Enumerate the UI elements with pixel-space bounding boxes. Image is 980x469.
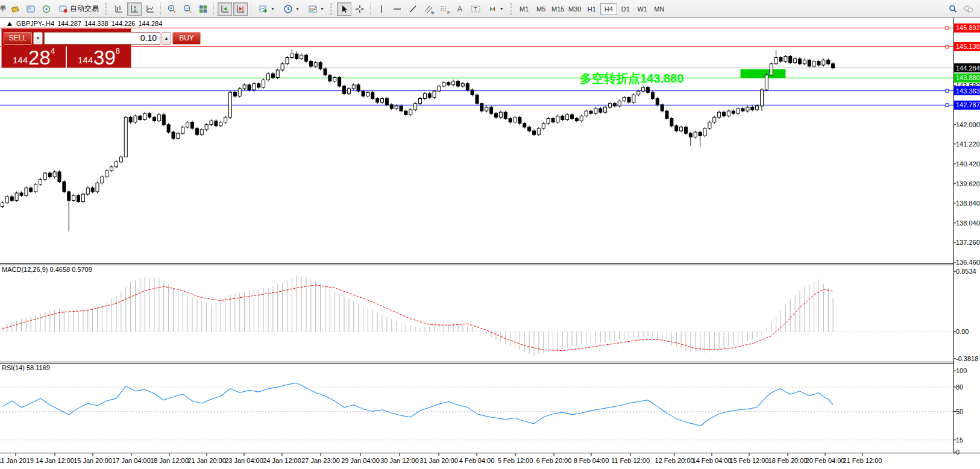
highlight-rect[interactable]: [741, 69, 786, 78]
chart-annotation[interactable]: 多空转折点143.880: [580, 71, 683, 87]
candle-body: [566, 115, 569, 119]
candle-body: [832, 64, 835, 68]
sell-button[interactable]: SELL: [4, 32, 32, 45]
candle-body: [452, 81, 455, 85]
candle-body: [499, 112, 502, 117]
toolbar-right-group: [945, 2, 976, 16]
fibonacci-letter: F: [447, 10, 450, 15]
indicators-button[interactable]: ▼: [255, 2, 278, 16]
search-button[interactable]: [946, 2, 960, 16]
fibonacci-button[interactable]: F: [437, 2, 451, 16]
candle-body: [723, 112, 726, 116]
text-button[interactable]: A: [453, 2, 467, 16]
equidistant-channel-button[interactable]: E: [421, 2, 436, 16]
time-axis-label: 11 Feb 12:00: [611, 457, 650, 464]
candle-body: [162, 115, 165, 124]
text-label-button[interactable]: T: [468, 2, 483, 16]
candle-body: [72, 195, 75, 200]
candle-body: [238, 89, 241, 96]
candle-body: [267, 74, 270, 80]
volume-input[interactable]: [44, 32, 160, 45]
candle-body: [300, 55, 303, 58]
timeframe-h4-button[interactable]: H4: [600, 3, 617, 15]
timeframe-m30-button[interactable]: M30: [567, 3, 583, 15]
candle-body: [737, 109, 740, 113]
chart-shift-button[interactable]: [233, 2, 248, 16]
buy-price-prefix: 144: [78, 54, 93, 67]
price-tick-label: 141.220: [956, 140, 980, 148]
macd-axis-label: 0.8534: [956, 268, 976, 275]
signal-button[interactable]: [39, 2, 54, 16]
vertical-line-button[interactable]: [374, 2, 389, 16]
auto-scroll-button[interactable]: [218, 2, 232, 16]
candle-body: [105, 171, 108, 177]
timeframe-h1-button[interactable]: H1: [583, 3, 600, 15]
candle-body: [34, 184, 37, 192]
candle-body: [390, 105, 393, 109]
candle-body: [542, 124, 545, 128]
trendline-button[interactable]: [406, 2, 420, 16]
buy-price[interactable]: 144 39 8: [67, 46, 131, 68]
candle-body: [670, 118, 673, 125]
chart-window-button[interactable]: [24, 2, 38, 16]
candle-body: [81, 194, 84, 201]
collapse-panel-icon[interactable]: [7, 22, 12, 26]
macd-axis-label: 0.00: [956, 328, 969, 335]
candle-body: [485, 107, 488, 111]
zoom-in-button[interactable]: [165, 2, 179, 16]
timeframe-d1-button[interactable]: D1: [617, 3, 634, 15]
new-order-button[interactable]: 单: [0, 4, 7, 14]
arrows-button[interactable]: ▼: [484, 2, 507, 16]
candle-body: [177, 133, 180, 138]
candle-body: [613, 104, 616, 106]
candle-body: [523, 124, 526, 127]
bar-chart-button[interactable]: [112, 2, 126, 16]
cursor-button[interactable]: [337, 2, 351, 16]
chat-button[interactable]: [961, 2, 976, 16]
candle-body: [205, 125, 208, 130]
book-button[interactable]: [8, 2, 22, 16]
ohlc-high: 144.338: [84, 20, 108, 27]
buy-button[interactable]: BUY: [172, 32, 201, 45]
candlestick-chart-button[interactable]: [127, 2, 142, 16]
candle-body: [110, 167, 113, 171]
candle-body: [253, 84, 256, 90]
rsi-axis-label: 0: [956, 449, 960, 456]
autotrading-icon: [58, 4, 68, 14]
candle-body: [471, 90, 474, 95]
svg-text:T: T: [474, 6, 477, 12]
candle-body: [134, 116, 137, 122]
buy-price-sup: 8: [116, 47, 120, 55]
candle-body: [419, 98, 422, 103]
price-tick-label: 139.620: [956, 180, 980, 187]
autotrading-button[interactable]: 自动交易: [55, 2, 102, 16]
timeframe-m15-button[interactable]: M15: [550, 3, 567, 15]
candle-body: [319, 63, 322, 69]
volume-up-button[interactable]: ▲: [162, 32, 171, 45]
macd-signal-line: [2, 285, 833, 351]
volume-down-button[interactable]: ▼: [33, 32, 43, 45]
line-handle[interactable]: [946, 89, 949, 92]
crosshair-button[interactable]: [353, 2, 367, 16]
sell-price[interactable]: 144 28 4: [2, 46, 67, 68]
candle-body: [58, 172, 61, 181]
templates-button[interactable]: ▼: [304, 2, 328, 16]
timeframe-mn-button[interactable]: MN: [651, 3, 668, 15]
candle-body: [718, 112, 721, 117]
horizontal-line-button[interactable]: [390, 2, 404, 16]
line-handle[interactable]: [946, 104, 949, 107]
candle-body: [656, 98, 659, 104]
line-chart-button[interactable]: [143, 2, 157, 16]
chart-canvas[interactable]: 144.380143.580142.000141.220140.420139.6…: [0, 0, 980, 469]
periods-button[interactable]: ▼: [280, 2, 303, 16]
timeframe-w1-button[interactable]: W1: [634, 3, 651, 15]
timeframe-m1-button[interactable]: M1: [516, 3, 533, 15]
line-handle[interactable]: [946, 27, 949, 30]
zoom-out-button[interactable]: [180, 2, 195, 16]
price-badge-label: 143.880: [956, 74, 980, 81]
sell-price-sup: 4: [51, 47, 55, 55]
timeframe-m5-button[interactable]: M5: [533, 3, 550, 15]
line-handle[interactable]: [946, 45, 949, 48]
candle-body: [20, 193, 23, 195]
tile-windows-button[interactable]: [196, 2, 210, 16]
